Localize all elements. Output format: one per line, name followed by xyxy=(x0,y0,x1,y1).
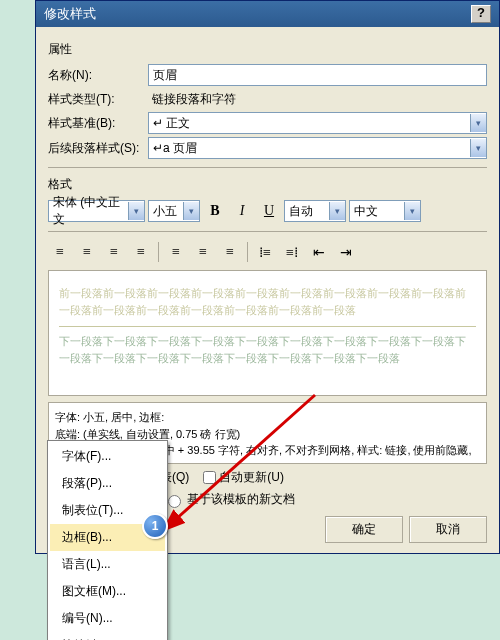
section-format: 格式 xyxy=(48,176,487,193)
align-center-icon[interactable]: ≡ xyxy=(75,240,99,264)
chevron-down-icon[interactable]: ▾ xyxy=(470,139,486,157)
linespace-15-icon[interactable]: ≡ xyxy=(191,240,215,264)
menu-paragraph[interactable]: 段落(P)... xyxy=(50,470,165,497)
color-combo[interactable]: 自动▾ xyxy=(284,200,346,222)
align-right-icon[interactable]: ≡ xyxy=(102,240,126,264)
font-combo[interactable]: 宋体 (中文正文▾ xyxy=(48,200,145,222)
help-icon[interactable]: ? xyxy=(471,5,491,23)
dialog-title: 修改样式 xyxy=(44,5,96,23)
section-properties: 属性 xyxy=(48,41,487,58)
bold-button[interactable]: B xyxy=(203,199,227,223)
titlebar[interactable]: 修改样式 ? xyxy=(36,1,499,27)
menu-numbering[interactable]: 编号(N)... xyxy=(50,605,165,632)
menu-frame[interactable]: 图文框(M)... xyxy=(50,578,165,605)
align-justify-icon[interactable]: ≡ xyxy=(129,240,153,264)
menu-shortcut[interactable]: 快捷键(K)... xyxy=(50,632,165,640)
next-combo[interactable]: ↵a 页眉▾ xyxy=(148,137,487,159)
type-field: 链接段落和字符 xyxy=(148,89,487,109)
para-toolbar: ≡ ≡ ≡ ≡ ≡ ≡ ≡ ⁞≡ ≡⁞ ⇤ ⇥ xyxy=(48,240,487,264)
preview-next: 下一段落下一段落下一段落下一段落下一段落下一段落下一段落下一段落下一段落下一段落… xyxy=(59,326,476,366)
menu-language[interactable]: 语言(L)... xyxy=(50,551,165,578)
indent-inc-icon[interactable]: ⇥ xyxy=(334,240,358,264)
callout-1: 1 xyxy=(142,513,168,539)
label-name: 名称(N): xyxy=(48,67,148,84)
format-dropdown-menu: 字体(F)... 段落(P)... 制表位(T)... 边框(B)... 语言(… xyxy=(47,440,168,640)
chevron-down-icon[interactable]: ▾ xyxy=(470,114,486,132)
italic-button[interactable]: I xyxy=(230,199,254,223)
linespace-1-icon[interactable]: ≡ xyxy=(164,240,188,264)
menu-font[interactable]: 字体(F)... xyxy=(50,443,165,470)
template-radio[interactable]: 基于该模板的新文档 xyxy=(163,491,295,508)
base-combo[interactable]: ↵ 正文▾ xyxy=(148,112,487,134)
space-before-icon[interactable]: ⁞≡ xyxy=(253,240,277,264)
ok-button[interactable]: 确定 xyxy=(325,516,403,543)
indent-dec-icon[interactable]: ⇤ xyxy=(307,240,331,264)
preview-prev: 前一段落前一段落前一段落前一段落前一段落前一段落前一段落前一段落前一段落前一段落… xyxy=(59,285,476,318)
label-next: 后续段落样式(S): xyxy=(48,140,148,157)
label-base: 样式基准(B): xyxy=(48,115,148,132)
lang-combo[interactable]: 中文▾ xyxy=(349,200,421,222)
underline-button[interactable]: U xyxy=(257,199,281,223)
cancel-button[interactable]: 取消 xyxy=(409,516,487,543)
size-combo[interactable]: 小五▾ xyxy=(148,200,200,222)
align-left-icon[interactable]: ≡ xyxy=(48,240,72,264)
space-after-icon[interactable]: ≡⁞ xyxy=(280,240,304,264)
label-type: 样式类型(T): xyxy=(48,91,148,108)
auto-update-checkbox[interactable]: 自动更新(U) xyxy=(203,469,284,486)
font-toolbar: 宋体 (中文正文▾ 小五▾ B I U 自动▾ 中文▾ xyxy=(48,199,487,223)
preview-pane: 前一段落前一段落前一段落前一段落前一段落前一段落前一段落前一段落前一段落前一段落… xyxy=(48,270,487,396)
linespace-2-icon[interactable]: ≡ xyxy=(218,240,242,264)
name-input[interactable]: 页眉 xyxy=(148,64,487,86)
